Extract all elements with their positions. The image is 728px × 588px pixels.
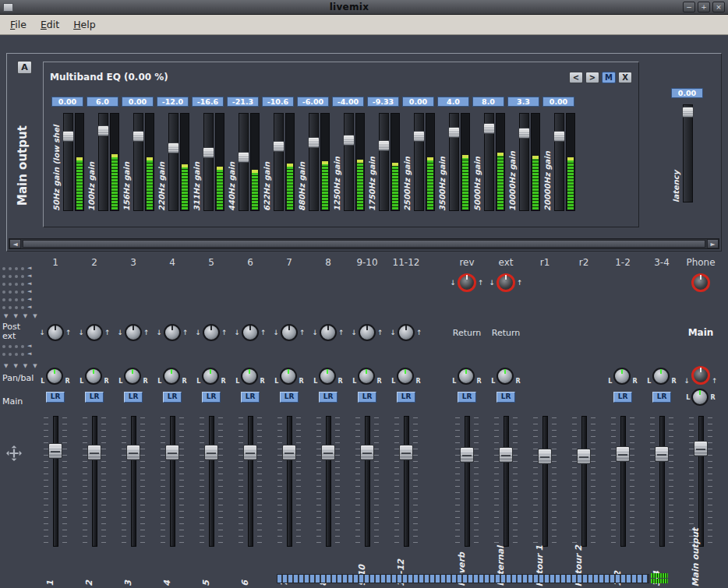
eq-band-slider[interactable]: [168, 113, 178, 211]
routing-dot[interactable]: [21, 275, 24, 278]
eq-band-slider[interactable]: [203, 113, 214, 211]
pan-knob[interactable]: [458, 368, 475, 385]
eq-band-value[interactable]: 3.3: [507, 97, 539, 107]
eq-band-slider-handle[interactable]: [553, 131, 565, 142]
eq-band-value[interactable]: -9.33: [367, 97, 399, 107]
routing-dot[interactable]: [15, 345, 18, 348]
routing-dot[interactable]: [21, 290, 24, 294]
eq-band-value[interactable]: -12.0: [157, 97, 189, 107]
fader-handle[interactable]: [460, 447, 474, 463]
routing-dot[interactable]: [2, 306, 5, 309]
pan-knob[interactable]: [280, 368, 297, 385]
stereo-toggle-button[interactable]: LR: [85, 392, 104, 403]
titlebar[interactable]: livemix − + ×: [0, 0, 728, 15]
routing-dot[interactable]: [15, 353, 18, 356]
channel-fader[interactable]: [689, 416, 712, 547]
stereo-toggle-button[interactable]: LR: [280, 392, 299, 403]
maximize-button[interactable]: +: [698, 2, 710, 12]
fader-handle[interactable]: [126, 445, 140, 460]
routing-dot[interactable]: [2, 267, 5, 270]
pan-knob[interactable]: [613, 368, 631, 385]
channel-fader[interactable]: [83, 416, 106, 547]
eq-band-slider-handle[interactable]: [343, 135, 355, 146]
fader-handle[interactable]: [282, 445, 296, 460]
post-send-knob[interactable]: [320, 324, 337, 341]
main-gain-knob[interactable]: [691, 366, 710, 385]
eq-band-slider-handle[interactable]: [133, 131, 144, 142]
routing-dot[interactable]: [2, 275, 5, 278]
menu-edit[interactable]: Edit: [34, 16, 66, 33]
routing-dot[interactable]: [9, 306, 12, 309]
eq-band-value[interactable]: 0.00: [542, 97, 574, 107]
select-a-button[interactable]: A: [17, 61, 32, 74]
routing-dot[interactable]: [15, 306, 18, 309]
stereo-toggle-button[interactable]: LR: [458, 392, 476, 403]
routing-dot[interactable]: [21, 345, 24, 348]
stereo-toggle-button[interactable]: LR: [358, 392, 376, 403]
channel-fader[interactable]: [277, 416, 301, 547]
routing-dot[interactable]: [21, 306, 24, 309]
eq-band-slider[interactable]: [554, 113, 564, 211]
routing-dot[interactable]: [9, 267, 12, 270]
eq-band-slider[interactable]: [484, 113, 494, 211]
minimize-button[interactable]: −: [683, 2, 695, 12]
channel-fader[interactable]: [316, 416, 340, 547]
routing-dot[interactable]: [15, 283, 18, 286]
routing-matrix-top[interactable]: ◄◄◄◄◄◄: [2, 266, 31, 313]
channel-fader[interactable]: [494, 416, 518, 547]
routing-dot[interactable]: [9, 298, 12, 301]
eq-band-slider-handle[interactable]: [413, 131, 425, 142]
routing-dot[interactable]: [9, 353, 12, 356]
eq-band-value[interactable]: -16.6: [192, 97, 224, 107]
fader-handle[interactable]: [694, 441, 708, 456]
fader-handle[interactable]: [87, 445, 101, 460]
channel-fader[interactable]: [161, 416, 184, 547]
eq-horizontal-scrollbar[interactable]: ◄ ►: [9, 238, 719, 249]
eq-band-slider-handle[interactable]: [308, 137, 320, 148]
channel-fader[interactable]: [122, 416, 145, 547]
stereo-toggle-button[interactable]: LR: [202, 392, 221, 403]
eq-band-value[interactable]: -6.00: [297, 97, 329, 107]
move-icon[interactable]: [6, 445, 22, 461]
eq-band-slider-handle[interactable]: [203, 147, 214, 158]
routing-dot[interactable]: [2, 290, 5, 294]
close-button[interactable]: ×: [712, 2, 725, 12]
routing-dot[interactable]: [15, 275, 18, 278]
eq-close-button[interactable]: X: [618, 72, 632, 83]
pan-knob[interactable]: [85, 368, 102, 385]
fader-handle[interactable]: [499, 447, 513, 463]
eq-band-slider[interactable]: [519, 113, 529, 211]
channel-fader[interactable]: [355, 416, 379, 547]
channel-fader[interactable]: [239, 416, 262, 547]
fader-handle[interactable]: [48, 443, 62, 459]
stereo-toggle-button[interactable]: LR: [497, 392, 515, 403]
stereo-toggle-button[interactable]: LR: [652, 392, 671, 403]
fader-handle[interactable]: [577, 449, 591, 464]
pan-knob[interactable]: [202, 368, 219, 385]
eq-next-button[interactable]: >: [585, 72, 599, 83]
routing-dot[interactable]: [21, 283, 24, 286]
return-level-knob[interactable]: [691, 273, 710, 292]
routing-matrix-mid[interactable]: ◄◄: [2, 344, 31, 360]
scroll-left-icon[interactable]: ◄: [9, 239, 21, 248]
latency-value[interactable]: 0.00: [671, 88, 703, 98]
post-send-knob[interactable]: [47, 324, 64, 341]
eq-band-slider[interactable]: [309, 113, 319, 211]
return-level-knob[interactable]: [497, 273, 515, 292]
fader-handle[interactable]: [655, 446, 669, 462]
post-send-knob[interactable]: [242, 324, 259, 341]
eq-band-slider[interactable]: [63, 113, 73, 211]
stereo-toggle-button[interactable]: LR: [397, 392, 415, 403]
eq-band-value[interactable]: 0.00: [51, 97, 83, 107]
fader-handle[interactable]: [360, 445, 374, 460]
channel-fader[interactable]: [200, 416, 223, 547]
channel-fader[interactable]: [650, 416, 673, 547]
eq-prev-button[interactable]: <: [569, 72, 583, 83]
eq-band-slider[interactable]: [98, 113, 108, 211]
post-send-knob[interactable]: [281, 324, 298, 341]
eq-band-slider[interactable]: [133, 113, 143, 211]
eq-band-slider-handle[interactable]: [62, 131, 74, 142]
post-send-knob[interactable]: [164, 324, 181, 341]
fader-handle[interactable]: [165, 445, 179, 460]
fader-handle[interactable]: [204, 445, 218, 460]
